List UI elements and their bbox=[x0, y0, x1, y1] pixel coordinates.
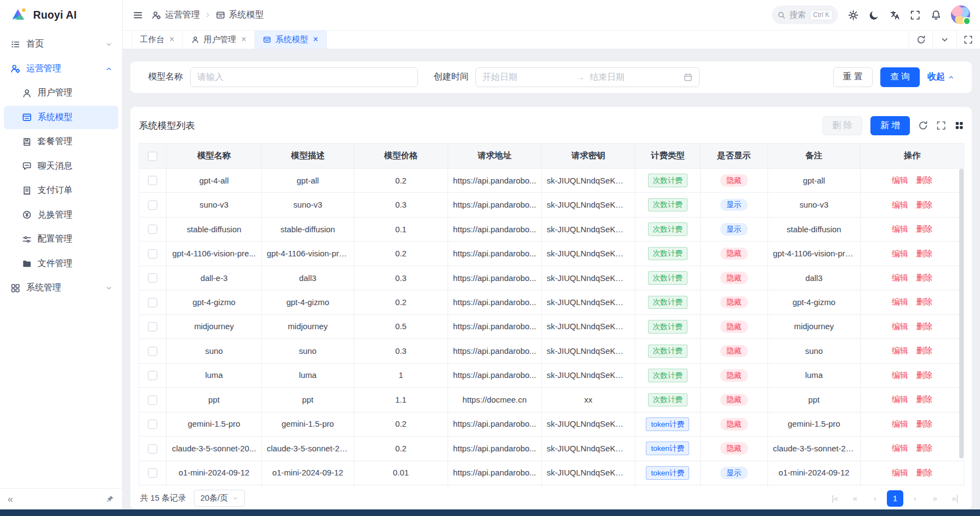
table-row-partial bbox=[139, 485, 964, 486]
edit-link[interactable]: 编辑 bbox=[892, 322, 908, 331]
table-fullscreen-icon[interactable] bbox=[936, 121, 946, 130]
row-checkbox[interactable] bbox=[148, 200, 157, 210]
row-checkbox[interactable] bbox=[148, 444, 157, 454]
current-page-button[interactable]: 1 bbox=[887, 490, 903, 507]
edit-link[interactable]: 编辑 bbox=[892, 200, 908, 209]
notification-bell-icon[interactable] bbox=[931, 10, 941, 20]
tab-label: 系统模型 bbox=[276, 35, 308, 45]
reset-button[interactable]: 重 置 bbox=[833, 67, 873, 87]
tab-menu-chevron-icon[interactable] bbox=[932, 31, 956, 49]
sidebar-item-file-management[interactable]: 文件管理 bbox=[4, 252, 118, 276]
sidebar-item-package-management[interactable]: 套餐管理 bbox=[4, 130, 118, 153]
date-range-picker[interactable]: → bbox=[475, 67, 699, 87]
fullscreen-icon[interactable] bbox=[910, 10, 920, 20]
edit-link[interactable]: 编辑 bbox=[892, 249, 908, 258]
start-date-input[interactable] bbox=[483, 72, 572, 82]
row-checkbox[interactable] bbox=[148, 468, 157, 478]
close-icon[interactable]: × bbox=[241, 35, 246, 44]
breadcrumb-operations[interactable]: 运营管理 bbox=[152, 9, 200, 21]
row-checkbox[interactable] bbox=[148, 298, 157, 307]
collapse-filter-link[interactable]: 收起 bbox=[927, 71, 954, 83]
billing-type-badge: token计费 bbox=[646, 417, 689, 431]
app-logo[interactable]: Ruoyi AI bbox=[0, 0, 122, 30]
next-page-button[interactable]: › bbox=[907, 490, 923, 507]
delete-link[interactable]: 删除 bbox=[916, 420, 933, 428]
delete-link[interactable]: 删除 bbox=[916, 273, 933, 282]
delete-selected-button[interactable]: 删 除 bbox=[822, 116, 862, 135]
delete-link[interactable]: 删除 bbox=[916, 322, 933, 331]
sidebar-item-operations[interactable]: 运营管理 bbox=[4, 57, 118, 81]
language-translate-icon[interactable] bbox=[890, 10, 900, 20]
edit-link[interactable]: 编辑 bbox=[892, 420, 908, 428]
sidebar-item-home[interactable]: 首页 bbox=[4, 32, 118, 56]
delete-link[interactable]: 删除 bbox=[916, 395, 933, 404]
sidebar-collapse-icon[interactable]: « bbox=[8, 493, 13, 505]
edit-link[interactable]: 编辑 bbox=[892, 297, 908, 306]
table-refresh-icon[interactable] bbox=[918, 121, 928, 130]
delete-link[interactable]: 删除 bbox=[916, 468, 933, 477]
sidebar-item-user-management[interactable]: 用户管理 bbox=[4, 81, 118, 105]
delete-link[interactable]: 删除 bbox=[916, 225, 933, 233]
close-icon[interactable]: × bbox=[169, 35, 174, 44]
delete-link[interactable]: 删除 bbox=[916, 371, 933, 380]
edit-link[interactable]: 编辑 bbox=[892, 444, 908, 452]
user-avatar[interactable] bbox=[951, 5, 970, 24]
add-button[interactable]: 新 增 bbox=[870, 116, 910, 135]
row-checkbox[interactable] bbox=[148, 347, 157, 356]
query-button[interactable]: 查 询 bbox=[880, 67, 920, 87]
sidebar-item-system-model[interactable]: 系统模型 bbox=[4, 106, 118, 129]
sidebar-item-redeem-management[interactable]: 兑换管理 bbox=[4, 203, 118, 227]
row-checkbox[interactable] bbox=[148, 322, 157, 331]
row-checkbox[interactable] bbox=[148, 371, 157, 380]
row-checkbox[interactable] bbox=[148, 176, 157, 185]
sidebar-item-payment-orders[interactable]: 支付订单 bbox=[4, 179, 118, 202]
settings-gear-icon[interactable] bbox=[848, 10, 858, 20]
delete-link[interactable]: 删除 bbox=[916, 297, 933, 306]
sidebar-pin-icon[interactable] bbox=[106, 495, 114, 503]
row-checkbox[interactable] bbox=[148, 395, 157, 405]
row-checkbox[interactable] bbox=[148, 273, 157, 283]
delete-link[interactable]: 删除 bbox=[916, 444, 933, 452]
row-checkbox[interactable] bbox=[148, 249, 157, 259]
sidebar-item-config-management[interactable]: 配置管理 bbox=[4, 227, 118, 251]
page-size-select[interactable]: 20条/页 bbox=[194, 490, 244, 507]
global-search[interactable]: 搜索 Ctrl K bbox=[772, 5, 838, 24]
tab-user-management[interactable]: 用户管理× bbox=[183, 31, 255, 49]
dark-mode-moon-icon[interactable] bbox=[869, 10, 879, 20]
edit-link[interactable]: 编辑 bbox=[892, 395, 908, 404]
delete-link[interactable]: 删除 bbox=[916, 176, 933, 185]
tab-workbench[interactable]: 工作台× bbox=[131, 31, 184, 49]
edit-link[interactable]: 编辑 bbox=[892, 176, 908, 185]
prev-page-button[interactable]: ‹ bbox=[867, 490, 883, 507]
breadcrumb-system-model[interactable]: 系统模型 bbox=[216, 9, 264, 21]
edit-link[interactable]: 编辑 bbox=[892, 225, 908, 233]
row-checkbox[interactable] bbox=[148, 225, 157, 234]
edit-link[interactable]: 编辑 bbox=[892, 468, 908, 477]
close-icon[interactable]: × bbox=[313, 35, 318, 44]
first-page-button[interactable]: |« bbox=[827, 490, 843, 507]
visibility-cell: 显示 bbox=[700, 461, 767, 485]
table-scrollbar[interactable] bbox=[959, 169, 964, 484]
hamburger-menu-icon[interactable] bbox=[133, 10, 143, 20]
billing-type-badge: token计费 bbox=[646, 466, 689, 480]
column-settings-icon[interactable] bbox=[954, 121, 964, 130]
select-all-checkbox[interactable] bbox=[148, 152, 157, 161]
fast-next-button[interactable]: » bbox=[927, 490, 943, 507]
row-checkbox[interactable] bbox=[148, 420, 157, 429]
delete-link[interactable]: 删除 bbox=[916, 249, 933, 258]
delete-link[interactable]: 删除 bbox=[916, 346, 933, 355]
edit-link[interactable]: 编辑 bbox=[892, 371, 908, 380]
tab-system-model[interactable]: 系统模型× bbox=[255, 31, 326, 49]
edit-link[interactable]: 编辑 bbox=[892, 273, 908, 282]
model-name-input[interactable] bbox=[190, 67, 418, 87]
sidebar-item-system-management[interactable]: 系统管理 bbox=[4, 276, 118, 300]
tab-content-fullscreen-icon[interactable] bbox=[956, 31, 980, 49]
fast-prev-button[interactable]: « bbox=[847, 490, 863, 507]
delete-link[interactable]: 删除 bbox=[916, 200, 933, 209]
sidebar-item-chat-messages[interactable]: 聊天消息 bbox=[4, 154, 118, 178]
edit-link[interactable]: 编辑 bbox=[892, 346, 908, 355]
last-page-button[interactable]: »| bbox=[947, 490, 963, 507]
end-date-input[interactable] bbox=[589, 72, 679, 82]
scrollbar-thumb[interactable] bbox=[959, 169, 964, 458]
tab-refresh-icon[interactable] bbox=[909, 31, 932, 49]
